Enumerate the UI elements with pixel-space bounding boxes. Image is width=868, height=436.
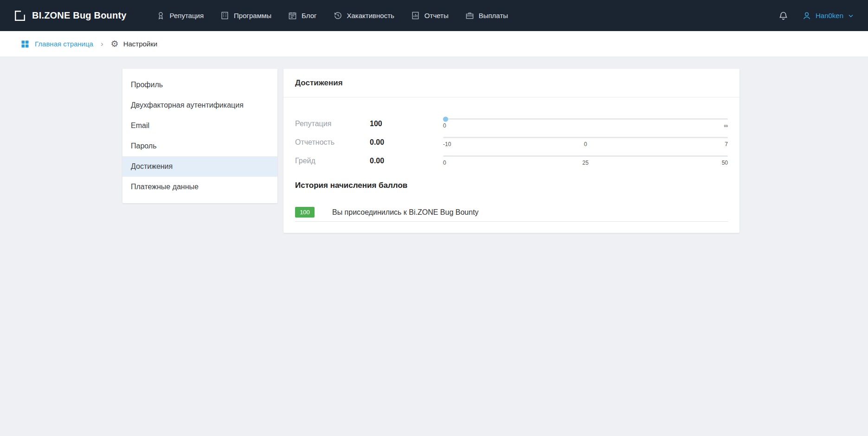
metric-label: Отчетность: [295, 138, 370, 147]
breadcrumb-home-label: Главная страница: [35, 40, 93, 48]
tick-max: ∞: [724, 122, 728, 129]
history-row: 100 Вы присоединились к Bi.ZONE Bug Boun…: [295, 203, 728, 222]
sidebar-item-two-factor[interactable]: Двухфакторная аутентификация: [122, 95, 277, 115]
brand-logo[interactable]: BI.ZONE Bug Bounty: [14, 10, 127, 22]
programs-icon: [220, 11, 229, 20]
metric-scale: 0 25 50: [443, 155, 728, 166]
bizone-logo-icon: [14, 10, 26, 22]
metric-value: 0.00: [370, 157, 443, 165]
settings-gear-icon: ⚙: [111, 39, 119, 48]
slider-track: [443, 118, 728, 120]
user-icon: [802, 11, 811, 20]
metric-row-grade: Грейд 0.00 0 25 50: [295, 155, 728, 166]
history-list: 100 Вы присоединились к Bi.ZONE Bug Boun…: [295, 203, 728, 222]
breadcrumb-current: ⚙ Настройки: [111, 39, 158, 48]
user-name: Han0ken: [816, 12, 843, 19]
achievements-panel: Достижения Репутация 100 0 ∞: [283, 69, 739, 233]
points-badge: 100: [295, 207, 315, 218]
main-nav: Репутация Программы Блог: [156, 11, 508, 20]
topbar-right: Han0ken: [778, 11, 854, 20]
history-text: Вы присоединились к Bi.ZONE Bug Bounty: [332, 208, 479, 217]
nav-label: Выплаты: [479, 12, 508, 19]
brand-title: BI.ZONE Bug Bounty: [32, 10, 127, 21]
sidebar-item-payment-details[interactable]: Платежные данные: [122, 177, 277, 197]
sidebar-item-password[interactable]: Пароль: [122, 136, 277, 156]
chevron-down-icon: [848, 13, 854, 19]
metric-scale: -10 0 7: [443, 137, 728, 147]
tick-max: 7: [725, 141, 728, 147]
nav-label: Блог: [302, 12, 316, 19]
nav-item-reports[interactable]: Отчеты: [411, 11, 449, 20]
nav-label: Отчеты: [424, 12, 449, 19]
slider-thumb: [443, 116, 448, 122]
nav-item-blog[interactable]: Блог: [288, 11, 316, 20]
tick-mid: 0: [584, 141, 587, 147]
tick-min: -10: [443, 141, 451, 147]
panel-body: Репутация 100 0 ∞ Отчетность 0.00: [283, 97, 739, 222]
breadcrumb-current-label: Настройки: [123, 40, 158, 48]
tick-max: 50: [722, 160, 728, 166]
metric-value: 100: [370, 120, 443, 128]
nav-label: Репутация: [170, 12, 204, 19]
activity-icon: [334, 11, 342, 20]
tick-min: 0: [443, 160, 446, 166]
slider-track: [443, 137, 728, 138]
slider-ticks: -10 0 7: [443, 141, 728, 147]
sidebar-item-profile[interactable]: Профиль: [122, 75, 277, 95]
metric-row-reporting: Отчетность 0.00 -10 0 7: [295, 137, 728, 147]
nav-label: Хакактивность: [347, 12, 394, 19]
reputation-icon: [156, 11, 165, 20]
payouts-icon: [465, 11, 474, 20]
notifications-bell-icon[interactable]: [778, 11, 788, 20]
slider-ticks: 0 25 50: [443, 160, 728, 166]
nav-item-programs[interactable]: Программы: [220, 11, 271, 20]
breadcrumb: Главная страница › ⚙ Настройки: [0, 31, 868, 57]
metric-scale: 0 ∞: [443, 118, 728, 129]
slider-track: [443, 155, 728, 157]
metric-value: 0.00: [370, 138, 443, 147]
sidebar-item-email[interactable]: Email: [122, 115, 277, 136]
nav-label: Программы: [234, 12, 271, 19]
settings-sidebar: Профиль Двухфакторная аутентификация Ema…: [122, 69, 277, 203]
slider-ticks: 0 ∞: [443, 122, 728, 129]
breadcrumb-separator-icon: ›: [101, 40, 103, 48]
nav-item-reputation[interactable]: Репутация: [156, 11, 204, 20]
sidebar-item-achievements[interactable]: Достижения: [122, 156, 277, 177]
metric-label: Грейд: [295, 157, 370, 165]
metric-label: Репутация: [295, 120, 370, 128]
history-section-title: История начисления баллов: [295, 181, 728, 190]
tick-min: 0: [443, 122, 446, 129]
home-grid-icon: [20, 39, 30, 49]
nav-item-payouts[interactable]: Выплаты: [465, 11, 508, 20]
tick-mid: 25: [582, 160, 588, 166]
reports-icon: [411, 11, 420, 20]
metric-row-reputation: Репутация 100 0 ∞: [295, 118, 728, 129]
breadcrumb-home-link[interactable]: Главная страница: [20, 39, 93, 49]
user-menu[interactable]: Han0ken: [802, 11, 854, 20]
nav-item-hackactivity[interactable]: Хакактивность: [334, 11, 394, 20]
top-navigation-bar: BI.ZONE Bug Bounty Репутация Программы: [0, 0, 868, 31]
page-content: Профиль Двухфакторная аутентификация Ema…: [122, 69, 868, 233]
panel-title: Достижения: [283, 69, 739, 97]
blog-icon: [288, 11, 297, 20]
